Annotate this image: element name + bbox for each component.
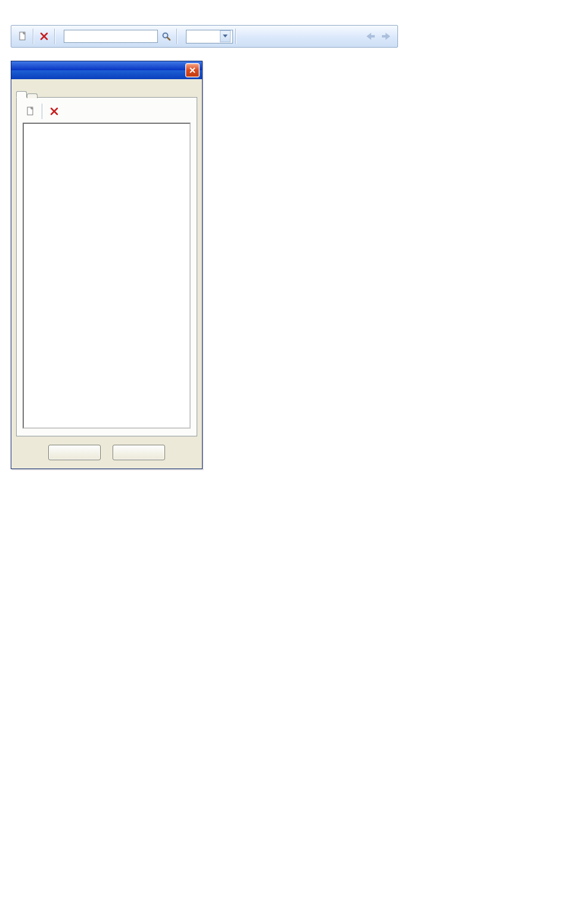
toolbar-container [11, 25, 558, 48]
class-listbox[interactable] [23, 123, 191, 429]
window-titlebar [11, 61, 202, 79]
new-page-icon [18, 32, 27, 41]
delete-x-icon [50, 107, 58, 116]
prev-record-button[interactable] [364, 30, 377, 43]
cancel-button[interactable] [113, 445, 165, 460]
dialog-button-row [16, 436, 197, 469]
panel-new-button[interactable] [23, 104, 38, 118]
visa-dropdown[interactable] [186, 30, 233, 43]
ok-button[interactable] [48, 445, 101, 460]
tab-ovrigt[interactable] [27, 93, 38, 98]
register-klasser-window [11, 61, 203, 469]
arrow-left-icon [366, 33, 375, 40]
toolbar-separator [235, 29, 237, 44]
panel-mini-toolbar [23, 104, 191, 119]
close-icon [189, 67, 196, 74]
tab-panel [16, 97, 197, 436]
svg-marker-7 [382, 33, 390, 40]
svg-marker-6 [366, 33, 375, 40]
search-button[interactable] [159, 29, 173, 43]
toolbar-separator [42, 104, 43, 119]
tab-strip [16, 83, 197, 98]
toolbar-separator [176, 29, 178, 44]
new-page-icon [26, 107, 35, 116]
window-wrapper [11, 61, 558, 469]
delete-record-button[interactable] [37, 29, 51, 43]
panel-delete-button[interactable] [47, 104, 61, 118]
svg-line-4 [167, 38, 170, 40]
svg-marker-5 [223, 35, 228, 38]
magnifier-icon [161, 32, 171, 41]
delete-x-icon [40, 32, 48, 40]
toolbar-separator [54, 29, 55, 44]
chevron-down-icon [220, 30, 231, 42]
new-record-button[interactable] [15, 29, 30, 43]
arrow-right-icon [382, 33, 390, 40]
toolbar-separator [33, 29, 34, 44]
browse-toolbar [11, 25, 398, 48]
window-body [11, 79, 202, 469]
next-record-button[interactable] [380, 30, 393, 43]
window-close-button[interactable] [185, 63, 200, 77]
search-input[interactable] [64, 30, 158, 43]
tab-hogtidsklader[interactable] [16, 91, 27, 98]
